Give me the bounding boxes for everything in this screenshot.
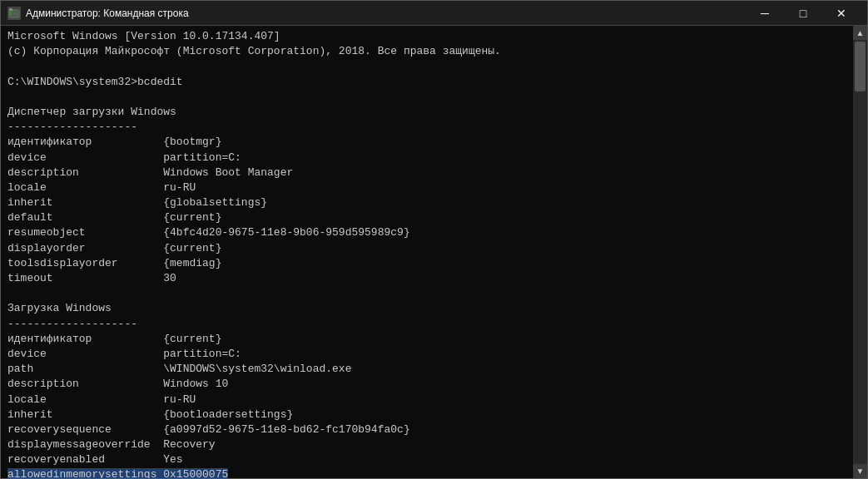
- scroll-up-arrow[interactable]: ▲: [853, 26, 867, 40]
- terminal-line: C:\WINDOWS\system32>bcdedit: [7, 76, 183, 88]
- window-icon: C:\: [7, 7, 21, 20]
- terminal-line: resumeobject {4bfc4d20-9675-11e8-9b06-95…: [7, 226, 410, 239]
- terminal-line: displaymessageoverride Recovery: [7, 438, 216, 451]
- terminal-line: timeout 30: [7, 272, 176, 284]
- terminal-line: inherit {globalsettings}: [7, 196, 267, 209]
- terminal-line: идентификатор {current}: [7, 333, 221, 345]
- terminal-line: path \WINDOWS\system32\winload.exe: [7, 363, 351, 375]
- terminal-line: --------------------: [7, 318, 137, 330]
- terminal-line: toolsdisplayorder {memdiag}: [7, 257, 221, 269]
- scroll-down-arrow[interactable]: ▼: [853, 464, 867, 478]
- terminal-line: идентификатор {bootmgr}: [7, 136, 221, 148]
- title-bar: C:\ Администратор: Командная строка ─ □ …: [1, 1, 867, 26]
- close-button[interactable]: ✕: [822, 1, 861, 26]
- window-controls: ─ □ ✕: [746, 1, 861, 26]
- content-area: Microsoft Windows [Version 10.0.17134.40…: [1, 26, 867, 478]
- terminal-line: allowedinmemorysettings 0x15000075: [7, 468, 228, 478]
- svg-text:C:\: C:\: [10, 11, 17, 16]
- terminal-line: device partition=C:: [7, 348, 241, 360]
- terminal-line: --------------------: [7, 121, 137, 133]
- terminal-line: locale ru-RU: [7, 181, 196, 194]
- terminal-line: displayorder {current}: [7, 242, 221, 254]
- terminal-line: (с) Корпорация Майкрософт (Microsoft Cor…: [7, 45, 501, 57]
- scrollbar-track[interactable]: [853, 40, 867, 464]
- window-title: Администратор: Командная строка: [26, 7, 746, 19]
- terminal-line: Загрузка Windows: [7, 302, 112, 314]
- terminal-line: default {current}: [7, 211, 221, 224]
- terminal-line: device partition=C:: [7, 151, 241, 164]
- cmd-window: C:\ Администратор: Командная строка ─ □ …: [0, 0, 868, 479]
- terminal-line: recoverysequence {a0997d52-9675-11e8-bd6…: [7, 423, 410, 436]
- minimize-button[interactable]: ─: [746, 1, 784, 26]
- maximize-button[interactable]: □: [784, 1, 822, 26]
- terminal-line: inherit {bootloadersettings}: [7, 408, 293, 421]
- terminal-line: recoveryenabled Yes: [7, 453, 183, 466]
- scrollbar[interactable]: ▲ ▼: [853, 26, 867, 478]
- terminal-line: description Windows 10: [7, 378, 228, 390]
- terminal-line: description Windows Boot Manager: [7, 166, 293, 179]
- terminal-output[interactable]: Microsoft Windows [Version 10.0.17134.40…: [1, 26, 853, 478]
- terminal-line: Диспетчер загрузки Windows: [7, 106, 176, 118]
- terminal-line: locale ru-RU: [7, 393, 196, 406]
- terminal-line: Microsoft Windows [Version 10.0.17134.40…: [7, 30, 280, 42]
- scrollbar-thumb[interactable]: [855, 42, 866, 91]
